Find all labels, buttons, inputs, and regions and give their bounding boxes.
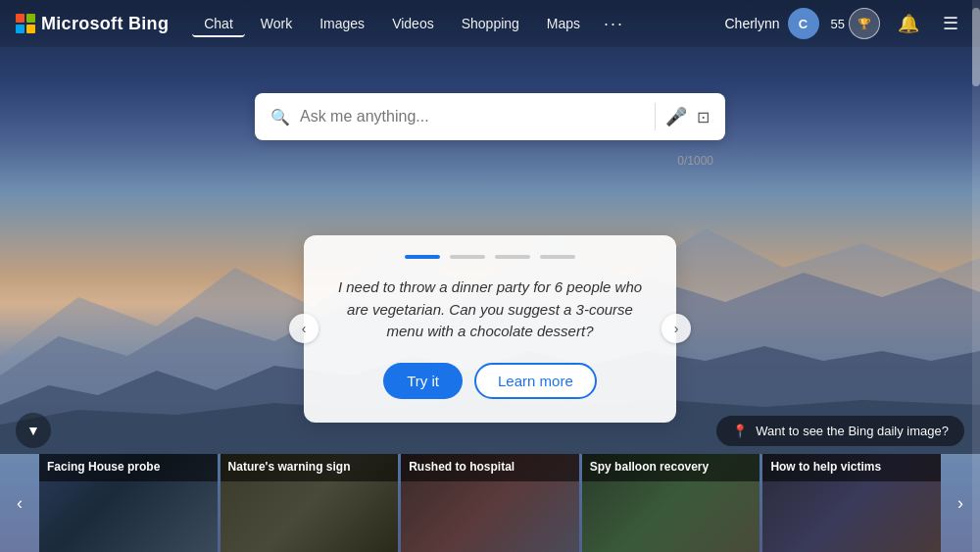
nav-right: Cherlynn C 55 🏆 🔔 ☰ — [725, 8, 965, 39]
logo-text: Microsoft Bing — [41, 14, 169, 34]
nav-maps[interactable]: Maps — [535, 10, 592, 37]
nav-images[interactable]: Images — [308, 10, 376, 37]
search-input[interactable] — [300, 108, 645, 125]
menu-icon[interactable]: ☰ — [937, 9, 964, 38]
logo-yellow — [26, 25, 35, 33]
location-icon: 📍 — [732, 424, 748, 438]
search-box: 🔍 🎤 ⊡ — [255, 93, 725, 140]
logo[interactable]: Microsoft Bing — [16, 14, 169, 34]
collapse-button[interactable]: ▼ — [16, 413, 51, 448]
news-strip: ‹ Facing House probeNature's warning sig… — [0, 454, 980, 552]
user-name: Cherlynn — [725, 16, 780, 31]
logo-green — [26, 14, 35, 23]
reward-count: 55 — [831, 17, 845, 31]
nav-work[interactable]: Work — [249, 10, 304, 37]
news-card-3[interactable]: Rushed to hospital — [401, 454, 579, 552]
bottom-area: ▼ 📍 Want to see the Bing daily image? ‹ … — [0, 407, 980, 552]
scrollbar-thumb[interactable] — [972, 8, 980, 86]
card-dots — [333, 255, 647, 259]
news-card-1[interactable]: Facing House probe — [39, 454, 218, 552]
notifications-icon[interactable]: 🔔 — [892, 9, 925, 38]
news-card-4[interactable]: Spy balloon recovery — [582, 454, 760, 552]
logo-blue — [16, 25, 24, 33]
user-section: Cherlynn C — [725, 8, 819, 39]
scrollbar[interactable] — [972, 0, 980, 552]
logo-icon — [16, 14, 35, 33]
news-card-5[interactable]: How to help victims — [762, 454, 941, 552]
nav-videos[interactable]: Videos — [380, 10, 446, 37]
dot-4 — [540, 255, 575, 259]
search-area: 🔍 🎤 ⊡ 0/1000 — [255, 93, 725, 140]
toggle-row: ▼ 📍 Want to see the Bing daily image? — [0, 407, 980, 454]
microphone-icon[interactable]: 🎤 — [665, 106, 687, 127]
search-divider — [655, 103, 656, 130]
dot-2 — [450, 255, 485, 259]
logo-red — [16, 14, 24, 23]
card-prev-button[interactable]: ‹ — [289, 314, 318, 343]
search-char-count: 0/1000 — [677, 154, 725, 168]
collapse-icon: ▼ — [26, 423, 40, 438]
camera-search-icon[interactable]: ⊡ — [697, 108, 710, 126]
news-cards: Facing House probeNature's warning signR… — [39, 454, 941, 552]
search-icon: 🔍 — [270, 108, 290, 126]
dot-3 — [495, 255, 530, 259]
card-actions: Try it Learn more — [333, 363, 647, 399]
navbar: Microsoft Bing Chat Work Images Videos S… — [0, 0, 980, 47]
nav-links: Chat Work Images Videos Shopping Maps ··… — [192, 10, 724, 38]
card-next-button[interactable]: › — [662, 314, 691, 343]
dot-1 — [405, 255, 440, 259]
nav-shopping[interactable]: Shopping — [450, 10, 531, 37]
news-card-2[interactable]: Nature's warning sign — [220, 454, 399, 552]
learn-more-button[interactable]: Learn more — [474, 363, 597, 399]
nav-chat[interactable]: Chat — [192, 10, 245, 37]
suggestion-text: I need to throw a dinner party for 6 peo… — [333, 276, 647, 343]
reward-icon: 🏆 — [858, 18, 871, 30]
news-prev-button[interactable]: ‹ — [0, 454, 39, 552]
try-it-button[interactable]: Try it — [383, 363, 463, 399]
daily-image-label: Want to see the Bing daily image? — [756, 424, 949, 438]
daily-image-button[interactable]: 📍 Want to see the Bing daily image? — [716, 416, 964, 446]
user-avatar[interactable]: C — [788, 8, 819, 39]
nav-more-button[interactable]: ··· — [596, 10, 632, 38]
reward-badge[interactable]: 🏆 — [849, 8, 880, 39]
suggestion-card: ‹ › I need to throw a dinner party for 6… — [304, 235, 676, 423]
